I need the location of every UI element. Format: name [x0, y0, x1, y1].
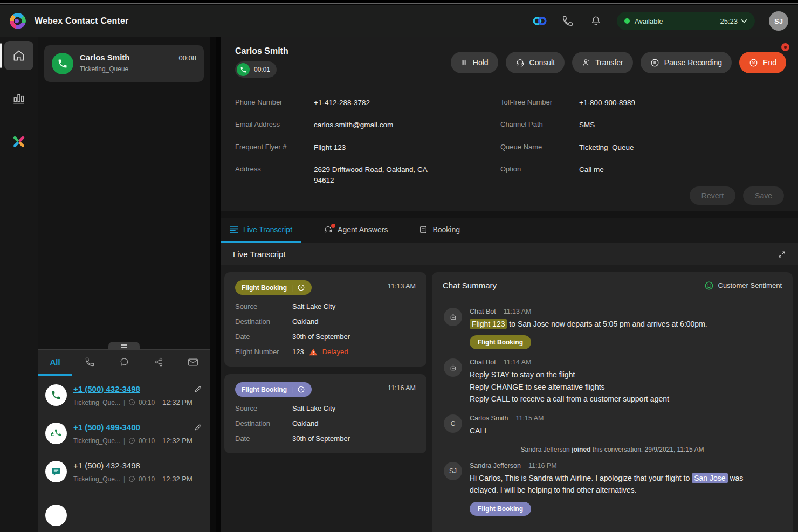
active-task-card[interactable]: Carlos Smith Ticketing_Queue 00:08: [44, 45, 204, 82]
nav-agent-statistics[interactable]: [4, 84, 33, 113]
smiley-icon: [704, 281, 714, 291]
webex-app-icon[interactable]: [533, 14, 547, 28]
detail-label: Phone Number: [235, 98, 314, 108]
system-event-message: Sandra Jefferson joined this conversatio…: [444, 446, 781, 453]
history-number-link[interactable]: +1 (500) 432-3498: [73, 384, 140, 393]
user-avatar[interactable]: SJ: [769, 11, 788, 31]
tab-booking[interactable]: Booking: [410, 218, 469, 243]
stopwatch-icon: [297, 284, 305, 292]
message-text: Hi Carlos, This is Sandra with Airline. …: [470, 474, 692, 482]
phone-icon: [51, 390, 61, 400]
pause-recording-button[interactable]: Pause Recording: [641, 52, 732, 73]
booking-value: 30th of September: [292, 434, 350, 443]
separator: |: [291, 284, 293, 292]
filter-tab-email[interactable]: [176, 350, 210, 376]
edit-button[interactable]: [194, 384, 203, 393]
save-button[interactable]: Save: [743, 186, 784, 205]
entity-highlight: Flight 123: [470, 319, 507, 329]
dialer-button[interactable]: [561, 14, 575, 28]
clock-icon: [128, 475, 135, 482]
badge-label: Flight Booking: [242, 386, 287, 393]
filter-tab-social[interactable]: [141, 350, 176, 376]
list-item[interactable]: +1 (500) 432-3498 Ticketing_Que... | 00:…: [38, 452, 210, 490]
end-circle-x-icon: [749, 58, 758, 67]
bar-chart-icon: [12, 92, 26, 106]
detail-label: Channel Path: [500, 120, 579, 130]
drag-handle-icon: [121, 344, 127, 346]
tab-agent-answers[interactable]: Agent Answers: [315, 218, 396, 243]
message-sender: Chat Bot: [470, 358, 496, 366]
hold-button[interactable]: Hold: [451, 52, 498, 73]
booking-timestamp: 11:13 AM: [388, 280, 416, 290]
customer-avatar: C: [444, 414, 462, 433]
flight-booking-badge: Flight Booking: [470, 502, 531, 516]
flight-booking-badge: Flight Booking |: [235, 280, 312, 295]
detail-value: carlos.smith@gmail.com: [314, 120, 393, 130]
message-text: Reply CALL to receive a call from a cust…: [470, 393, 669, 405]
availability-selector[interactable]: Available 25:23: [617, 12, 755, 30]
clock-icon: [128, 437, 135, 444]
bot-avatar: [444, 308, 462, 326]
history-number: +1 (500) 432-3498: [73, 461, 140, 470]
transfer-label: Transfer: [595, 58, 623, 67]
warning-triangle-icon: [309, 348, 318, 356]
history-duration: 00:10: [139, 437, 155, 445]
logo-center-dot: [15, 19, 19, 23]
edit-button[interactable]: [194, 423, 203, 432]
system-event-name: Sandra Jefferson: [521, 446, 570, 453]
booking-label: Destination: [235, 317, 292, 326]
tab-live-transcript[interactable]: Live Transcript: [221, 218, 301, 243]
list-item[interactable]: +1 (500) 432-3498 Ticketing_Que... |: [38, 376, 210, 414]
history-duration: 00:10: [139, 399, 155, 406]
history-channel-avatar: [45, 461, 67, 482]
message-sender: Sandra Jefferson: [470, 462, 521, 469]
expand-button[interactable]: [778, 250, 786, 259]
consult-button[interactable]: Consult: [506, 52, 565, 73]
list-item-partial[interactable]: [38, 490, 210, 532]
booking-value: Oakland: [292, 419, 318, 427]
chat-message: C Carlos Smith11:15 AM CALL: [444, 414, 781, 437]
phone-icon: [57, 58, 68, 69]
chat-summary-panel: Chat Summary Customer Sentiment: [432, 272, 793, 532]
interaction-history-panel: All: [38, 349, 210, 532]
nav-webex-connect[interactable]: [4, 127, 33, 156]
filter-tab-all[interactable]: All: [38, 350, 72, 376]
history-number-link[interactable]: +1 (500) 499-3400: [73, 423, 140, 432]
booking-card: Flight Booking | 11:16 AM Source Salt La…: [224, 374, 426, 453]
filter-tab-chats[interactable]: [107, 350, 141, 376]
revert-button[interactable]: Revert: [690, 186, 735, 205]
customer-sentiment-label: Customer Sentiment: [718, 281, 782, 289]
end-button[interactable]: End: [739, 52, 786, 73]
recording-indicator-icon: [781, 43, 789, 51]
notifications-button[interactable]: [589, 14, 603, 28]
detail-label: Address: [235, 164, 314, 186]
phone-icon: [85, 357, 95, 367]
interaction-header: Carlos Smith 00:01 Hold: [221, 37, 798, 89]
webex-connect-icon: [11, 134, 27, 150]
expand-icon: [778, 250, 786, 259]
history-time: 12:32 PM: [162, 475, 192, 483]
detail-value: 2629 Driftwood Road, Oakland, CA 94612: [314, 164, 434, 186]
bot-avatar: [444, 358, 462, 377]
customer-sentiment[interactable]: Customer Sentiment: [704, 281, 782, 291]
clock-icon: [297, 385, 305, 393]
transfer-button[interactable]: Transfer: [572, 52, 633, 73]
nav-home[interactable]: [4, 41, 33, 70]
pause-icon: [460, 59, 468, 66]
chat-messages: Chat Bot11:13 AM Flight 123 to San Jose …: [432, 299, 793, 532]
bell-icon: [590, 15, 602, 27]
message-text: CALL: [470, 425, 544, 437]
panel-title: Live Transcript: [233, 250, 286, 259]
separator: |: [291, 386, 293, 393]
system-event-action: joined: [572, 446, 590, 453]
filter-tab-calls[interactable]: [72, 350, 107, 376]
list-item[interactable]: +1 (500) 499-3400 Ticketing_Que... |: [38, 414, 210, 452]
separator: |: [123, 399, 125, 406]
booking-label: Flight Number: [235, 348, 292, 356]
flight-booking-badge: Flight Booking |: [235, 382, 312, 397]
callback-icon: [50, 427, 62, 439]
chevron-down-icon: [741, 19, 747, 23]
booking-label: Date: [235, 434, 292, 443]
detail-label: Queue Name: [500, 142, 579, 153]
panel-drag-handle[interactable]: [108, 342, 140, 350]
